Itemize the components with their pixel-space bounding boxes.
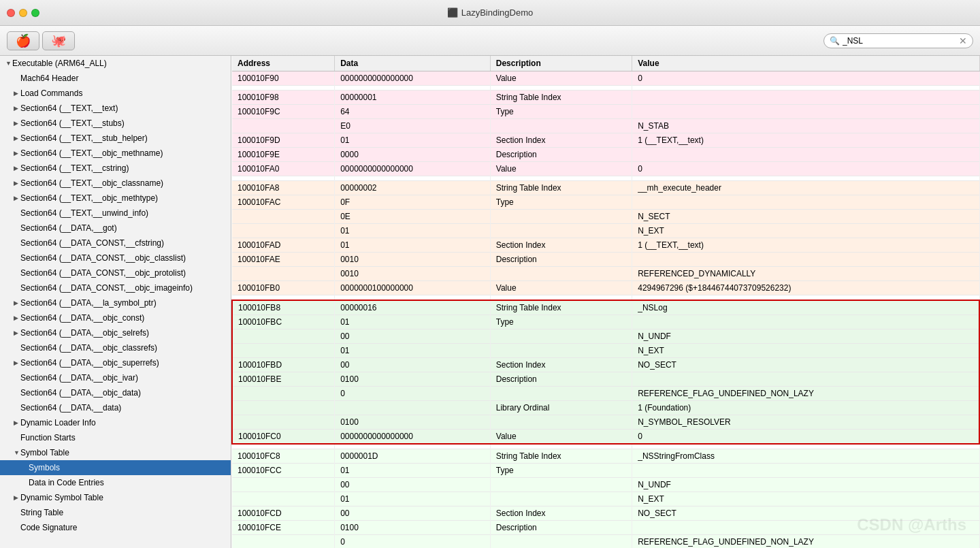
- sidebar-item-data-in-code-entries[interactable]: Data in Code Entries: [0, 475, 231, 490]
- maximize-button[interactable]: [31, 9, 39, 17]
- search-input[interactable]: [843, 36, 959, 46]
- cell-address: 100010FCC: [232, 464, 335, 478]
- triangle-icon: ▶: [14, 315, 20, 321]
- sidebar-item-section64-text-objc-classname[interactable]: ▶Section64 (__TEXT,__objc_classname): [0, 176, 231, 191]
- cell-data: 64: [335, 105, 491, 119]
- sidebar-item-label-text: Section64 (__DATA_CONST,__objc_protolist…: [20, 268, 186, 278]
- sidebar-item-section64-text-cstring[interactable]: ▶Section64 (__TEXT,__cstring): [0, 161, 231, 176]
- cell-value: [632, 295, 979, 301]
- cell-description: [490, 119, 632, 133]
- cell-data: 00: [335, 506, 491, 521]
- sidebar-item-label-text: Dynamic Symbol Table: [20, 493, 103, 502]
- cell-address: [232, 119, 335, 133]
- sidebar-item-section64-data-const-objc-protolist[interactable]: Section64 (__DATA_CONST,__objc_protolist…: [0, 265, 231, 280]
- sidebar-item-function-starts[interactable]: Function Starts: [0, 430, 231, 445]
- cell-value: _NSLog: [632, 300, 979, 315]
- sidebar-item-section64-text-unwind-info[interactable]: Section64 (__TEXT,__unwind_info): [0, 206, 231, 221]
- table-row: 00N_UNDF: [232, 478, 979, 492]
- toolbar-left: 🍎 🐙: [7, 31, 75, 50]
- sidebar-item-dynamic-loader-info[interactable]: ▶Dynamic Loader Info: [0, 415, 231, 430]
- cell-data: 0E: [335, 210, 491, 224]
- toolbar-btn-1[interactable]: 🍎: [7, 31, 39, 50]
- sidebar-item-load-commands[interactable]: ▶Load Commands: [0, 86, 231, 101]
- sidebar-item-executable[interactable]: ▼Executable (ARM64_ALL): [0, 56, 231, 71]
- cell-address: 100010FBD: [232, 358, 335, 372]
- sidebar-item-section64-text-stub-helper[interactable]: ▶Section64 (__TEXT,__stub_helper): [0, 131, 231, 146]
- triangle-icon: ▶: [14, 180, 20, 187]
- table-row: 100010FB00000000100000000Value4294967296…: [232, 281, 979, 295]
- toolbar-btn-2[interactable]: 🐙: [42, 31, 75, 50]
- cell-description: Section Index: [490, 238, 632, 253]
- sidebar-item-section64-data-got[interactable]: Section64 (__DATA,__got): [0, 221, 231, 236]
- sidebar-item-label-text: Code Signature: [20, 523, 77, 532]
- cell-description: [490, 210, 632, 224]
- table-row: 0REFERENCE_FLAG_UNDEFINED_NON_LAZY: [232, 387, 979, 401]
- toolbar-icon-2: 🐙: [51, 33, 66, 48]
- cell-value: 4294967296 ($+18446744073709526232): [632, 281, 979, 295]
- cell-data: 01: [335, 224, 491, 238]
- cell-description: [490, 86, 632, 91]
- table-row: [232, 444, 979, 449]
- table-row: 100010FCC01Type: [232, 464, 979, 478]
- table-row: 100010FA800000002String Table Index__mh_…: [232, 181, 979, 195]
- sidebar-item-symbol-table[interactable]: ▼Symbol Table: [0, 445, 231, 460]
- sidebar-item-label-text: Section64 (__DATA_CONST,__cfstring): [20, 238, 164, 248]
- sidebar-item-section64-data-const-objc-classlist[interactable]: Section64 (__DATA_CONST,__objc_classlist…: [0, 251, 231, 265]
- cell-data: 0: [335, 535, 491, 549]
- cell-address: [232, 535, 335, 549]
- sidebar: ▼Executable (ARM64_ALL)Mach64 Header▶Loa…: [0, 56, 231, 548]
- cell-data: 00000016: [335, 300, 491, 315]
- col-data: Data: [335, 56, 491, 71]
- table-row: 0100N_SYMBOL_RESOLVER: [232, 415, 979, 430]
- cell-value: NO_SECT: [632, 506, 979, 521]
- sidebar-item-section64-data-const-objc-imageinfo[interactable]: Section64 (__DATA_CONST,__objc_imageinfo…: [0, 280, 231, 295]
- cell-data: 0100: [335, 372, 491, 387]
- table-row: 01N_EXT: [232, 344, 979, 358]
- sidebar-item-code-signature[interactable]: Code Signature: [0, 520, 231, 535]
- sidebar-item-label-text: Section64 (__TEXT,__cstring): [20, 163, 129, 173]
- sidebar-item-symbols[interactable]: Symbols: [0, 460, 231, 475]
- cell-address: 100010FB8: [232, 300, 335, 315]
- col-description: Description: [490, 56, 632, 71]
- cell-address: [232, 295, 335, 301]
- sidebar-item-section64-text-objc-methtype[interactable]: ▶Section64 (__TEXT,__objc_methtype): [0, 191, 231, 206]
- sidebar-item-string-table[interactable]: String Table: [0, 505, 231, 520]
- sidebar-item-section64-data-la-symbol-ptr[interactable]: ▶Section64 (__DATA,__la_symbol_ptr): [0, 295, 231, 310]
- sidebar-item-section64-data-objc-classrefs[interactable]: Section64 (__DATA,__objc_classrefs): [0, 340, 231, 355]
- cell-data: 01: [335, 492, 491, 506]
- sidebar-item-label-text: Function Starts: [20, 433, 76, 442]
- window-controls[interactable]: [7, 9, 39, 17]
- sidebar-item-section64-data-const-cfstring[interactable]: Section64 (__DATA_CONST,__cfstring): [0, 236, 231, 251]
- cell-value: [632, 372, 979, 387]
- cell-description: Description: [490, 521, 632, 535]
- sidebar-item-section64-data-objc-selrefs[interactable]: ▶Section64 (__DATA,__objc_selrefs): [0, 325, 231, 340]
- cell-value: [632, 521, 979, 535]
- table-row: 01N_EXT: [232, 492, 979, 506]
- cell-address: [232, 344, 335, 358]
- cell-data: [335, 176, 491, 181]
- search-clear-button[interactable]: ✕: [959, 35, 967, 46]
- search-icon: 🔍: [830, 36, 840, 46]
- sidebar-item-section64-data-objc-data[interactable]: Section64 (__DATA,__objc_data): [0, 385, 231, 400]
- sidebar-item-mach64-header[interactable]: Mach64 Header: [0, 71, 231, 86]
- cell-address: [232, 210, 335, 224]
- cell-description: [490, 387, 632, 401]
- sidebar-item-label-text: Section64 (__DATA,__objc_const): [20, 313, 144, 323]
- cell-description: [490, 444, 632, 449]
- cell-description: Value: [490, 162, 632, 176]
- sidebar-item-section64-data-objc-const[interactable]: ▶Section64 (__DATA,__objc_const): [0, 310, 231, 325]
- cell-value: [632, 176, 979, 181]
- sidebar-item-dynamic-symbol-table[interactable]: ▶Dynamic Symbol Table: [0, 490, 231, 505]
- data-table: Address Data Description Value 100010F90…: [231, 56, 980, 548]
- sidebar-item-section64-data-objc-superrefs[interactable]: ▶Section64 (__DATA,__objc_superrefs): [0, 355, 231, 370]
- sidebar-item-section64-text-stubs[interactable]: ▶Section64 (__TEXT,__stubs): [0, 116, 231, 131]
- cell-data: 0100: [335, 415, 491, 430]
- sidebar-item-section64-text-text[interactable]: ▶Section64 (__TEXT,__text): [0, 101, 231, 116]
- sidebar-item-section64-text-objc-methname[interactable]: ▶Section64 (__TEXT,__objc_methname): [0, 146, 231, 161]
- search-container: 🔍 ✕: [823, 33, 973, 48]
- minimize-button[interactable]: [19, 9, 27, 17]
- close-button[interactable]: [7, 9, 15, 17]
- cell-data: 0000: [335, 148, 491, 162]
- sidebar-item-section64-data-objc-ivar[interactable]: Section64 (__DATA,__objc_ivar): [0, 370, 231, 385]
- sidebar-item-section64-data-data[interactable]: Section64 (__DATA,__data): [0, 400, 231, 415]
